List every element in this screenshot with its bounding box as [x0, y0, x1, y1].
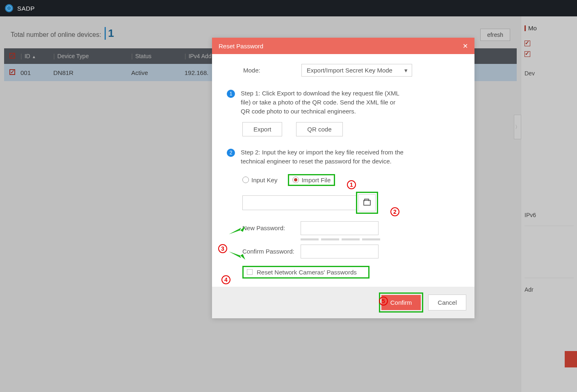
password-strength-meter: [301, 238, 460, 240]
svg-marker-0: [229, 226, 245, 234]
cell-id: 001: [21, 69, 53, 76]
step-1-badge: 1: [227, 90, 235, 98]
arrow-icon: [229, 226, 245, 236]
browse-file-button[interactable]: [358, 194, 376, 211]
col-id-header[interactable]: ID: [25, 53, 30, 59]
side-check-2[interactable]: [525, 51, 530, 57]
mode-select[interactable]: Export/Import Secret Key Mode: [301, 64, 412, 77]
export-button[interactable]: Export: [242, 122, 282, 136]
confirm-password-input[interactable]: [301, 245, 379, 258]
refresh-button[interactable]: efresh: [480, 29, 510, 41]
step-1-text: Step 1: Click Export to download the key…: [241, 89, 405, 116]
confirm-password-label: Confirm Password:: [242, 248, 296, 255]
side-label-ipv6: IPv6: [525, 212, 574, 218]
side-panel: Mo Dev 〉 IPv6 Adr: [521, 16, 577, 392]
import-file-radio[interactable]: Import File: [288, 174, 335, 186]
step-2-badge: 2: [227, 149, 235, 157]
new-password-input[interactable]: [301, 221, 379, 235]
reset-cameras-checkbox[interactable]: [247, 269, 253, 275]
side-label-dev: Dev: [525, 70, 574, 77]
reset-password-modal: Reset Password ✕ Mode: Export/Import Sec…: [212, 38, 474, 318]
app-title: SADP: [17, 5, 35, 12]
svg-marker-1: [229, 252, 245, 260]
col-ip-header[interactable]: IPv4 Add: [189, 53, 212, 59]
annotation-2: 2: [390, 207, 399, 216]
cell-status: Active: [131, 69, 185, 76]
annotation-5: 5: [379, 297, 388, 306]
folder-icon: [363, 200, 371, 206]
device-count-value: 1: [105, 27, 114, 40]
annotation-1: 1: [347, 180, 356, 189]
annotation-4: 4: [221, 275, 230, 284]
app-logo-icon: [5, 4, 13, 12]
close-icon[interactable]: ✕: [463, 42, 468, 50]
input-key-radio[interactable]: Input Key: [242, 177, 277, 184]
mode-label: Mode:: [243, 67, 260, 74]
sort-caret-icon[interactable]: ▲: [32, 54, 36, 59]
device-count-label: Total number of online devices:: [11, 31, 101, 39]
collapse-panel-button[interactable]: 〉: [514, 115, 521, 139]
key-file-path-input[interactable]: [242, 195, 357, 210]
row-checkbox[interactable]: [9, 69, 15, 75]
cancel-button[interactable]: Cancel: [428, 295, 466, 310]
modal-header: Reset Password ✕: [212, 38, 474, 54]
side-check-1[interactable]: [525, 41, 530, 46]
step-2-text: Step 2: Input the key or import the key …: [241, 148, 405, 166]
col-type-header[interactable]: Device Type: [57, 53, 89, 59]
side-label-adm: Adr: [525, 286, 574, 293]
side-red-button[interactable]: [565, 351, 577, 367]
select-all-checkbox[interactable]: [9, 53, 15, 59]
app-header: SADP: [0, 0, 577, 16]
side-panel-title: Mo: [525, 25, 574, 32]
annotation-3: 3: [218, 244, 227, 253]
col-status-header[interactable]: Status: [135, 53, 152, 59]
modal-title: Reset Password: [219, 43, 263, 50]
arrow-icon: [229, 250, 245, 260]
cell-type: DN81R: [53, 69, 131, 76]
reset-cameras-label: Reset Network Cameras' Passwords: [257, 269, 357, 276]
new-password-label: New Password:: [242, 224, 296, 231]
qrcode-button[interactable]: QR code: [296, 122, 342, 136]
